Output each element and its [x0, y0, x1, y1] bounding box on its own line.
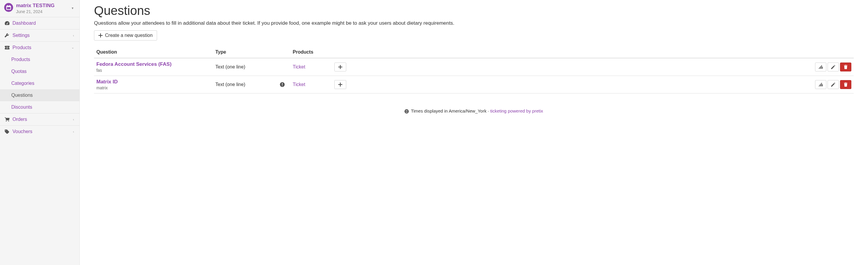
table-row: Fedora Account Services (FAS) fas Text (…: [94, 58, 854, 76]
bar-chart-icon: [818, 83, 823, 86]
move-icon: [338, 83, 342, 87]
question-slug: fas: [96, 68, 215, 72]
page-intro: Questions allow your attendees to fill i…: [94, 20, 854, 26]
nav-settings[interactable]: Settings ‹: [0, 29, 80, 42]
nav-label: Settings: [12, 33, 30, 38]
stats-button[interactable]: [815, 62, 826, 71]
edit-icon: [831, 83, 835, 87]
nav-label: Vouchers: [12, 129, 32, 134]
event-switcher[interactable]: matrix TESTING June 21, 2024 ▼: [0, 0, 80, 17]
nav-sub-quotas[interactable]: Quotas: [0, 65, 80, 78]
nav-sub-categories[interactable]: Categories: [0, 78, 80, 89]
delete-button[interactable]: [840, 62, 851, 71]
cart-icon: [5, 117, 11, 121]
chevron-left-icon: ‹: [73, 34, 74, 37]
move-icon: [338, 65, 342, 69]
nav-label: Products: [12, 45, 31, 50]
footer: Times displayed in America/New_York · ti…: [94, 108, 854, 113]
nav-sub-products[interactable]: Products: [0, 54, 80, 65]
col-header-type: Type: [215, 50, 272, 55]
nav-label: Orders: [12, 117, 27, 122]
dashboard-icon: [5, 21, 11, 25]
trash-icon: [844, 65, 847, 69]
question-slug: matrix: [96, 85, 215, 90]
edit-icon: [831, 65, 835, 69]
create-button-label: Create a new question: [105, 33, 153, 38]
nav-products-submenu: Products Quotas Categories Questions Dis…: [0, 54, 80, 113]
calendar-icon: [4, 3, 13, 12]
main-content: Questions Questions allow your attendees…: [80, 0, 868, 265]
event-title: matrix TESTING: [16, 3, 55, 9]
page-title: Questions: [94, 4, 854, 18]
edit-button[interactable]: [828, 62, 839, 71]
trash-icon: [844, 83, 847, 87]
question-name-link[interactable]: Fedora Account Services (FAS): [96, 61, 215, 67]
nav-vouchers[interactable]: Vouchers ‹: [0, 126, 80, 138]
chevron-left-icon: ‹: [73, 130, 74, 134]
wrench-icon: [5, 33, 11, 37]
ticket-icon: [5, 46, 11, 50]
col-header-question: Question: [96, 50, 215, 55]
event-date: June 21, 2024: [16, 9, 55, 14]
questions-table: Question Type Products Fedora Account Se…: [94, 47, 854, 93]
pretix-link[interactable]: ticketing powered by pretix: [490, 108, 543, 113]
question-type: Text (one line): [215, 64, 272, 70]
chevron-left-icon: ‹: [73, 118, 74, 121]
delete-button[interactable]: [840, 80, 851, 89]
product-link[interactable]: Ticket: [293, 82, 305, 87]
warning-icon: [280, 82, 285, 87]
table-row: Matrix ID matrix Text (one line) Ticket: [94, 76, 854, 93]
col-header-products: Products: [293, 50, 334, 55]
nav-products[interactable]: Products ⌄: [0, 42, 80, 54]
drag-handle[interactable]: [334, 80, 346, 89]
nav-label: Dashboard: [12, 21, 36, 26]
tags-icon: [5, 129, 11, 134]
plus-icon: [98, 33, 103, 37]
globe-icon: [405, 109, 409, 113]
caret-down-icon: ▼: [71, 6, 74, 10]
product-link[interactable]: Ticket: [293, 64, 305, 69]
timezone-text: Times displayed in America/New_York: [411, 108, 486, 113]
sidebar: matrix TESTING June 21, 2024 ▼ Dashboard…: [0, 0, 80, 265]
bar-chart-icon: [818, 65, 823, 69]
nav-orders[interactable]: Orders ‹: [0, 113, 80, 126]
nav-sub-questions[interactable]: Questions: [0, 89, 80, 101]
question-name-link[interactable]: Matrix ID: [96, 79, 215, 85]
question-type: Text (one line): [215, 82, 272, 87]
chevron-down-icon: ⌄: [71, 46, 74, 50]
nav-dashboard[interactable]: Dashboard: [0, 17, 80, 29]
nav-sub-discounts[interactable]: Discounts: [0, 101, 80, 113]
create-question-button[interactable]: Create a new question: [94, 30, 157, 40]
stats-button[interactable]: [815, 80, 826, 89]
drag-handle[interactable]: [334, 62, 346, 71]
table-header: Question Type Products: [94, 47, 854, 58]
edit-button[interactable]: [828, 80, 839, 89]
